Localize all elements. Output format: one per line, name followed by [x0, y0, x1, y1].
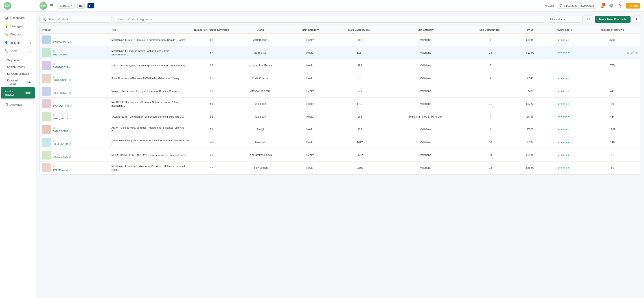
review-score-cell: ★★★★★ [543, 110, 585, 123]
copy-icon[interactable]: ⧉ [70, 104, 72, 107]
product-title: Vitavea - Mélatonine 1,9 mg - Hautement … [109, 85, 191, 98]
copy-icon[interactable]: ⧉ [69, 130, 71, 133]
currency-code: EUR [548, 4, 554, 8]
sidebar-label-strategies: Strategies [10, 24, 24, 28]
review-score-cell [543, 59, 585, 72]
asin-link[interactable]: B09YDJLR58 [53, 53, 68, 56]
reviews-count-cell: 441 [584, 85, 640, 98]
no-track-icon: ⊘ [53, 165, 55, 168]
track-new-products-button[interactable]: Track New Products [595, 16, 630, 23]
sidebar-item-activities[interactable]: 📋 Activities [1, 100, 35, 108]
sidebar-item-dashboard[interactable]: 📊 Dashboard [1, 14, 35, 22]
sidebar-item-search-trends[interactable]: Search Trends [0, 64, 36, 70]
notifications-button[interactable]: 🔔 7 [599, 3, 606, 9]
tracked-keywords-cell: 51 [191, 123, 232, 136]
product-thumbnail [42, 61, 51, 70]
asin-link[interactable]: B07HL5TGKR [53, 79, 68, 82]
product-id-area: ⊘ B085FD7CZG ⧉ [53, 88, 71, 94]
download-icon: ⬇ [635, 17, 638, 21]
sub-category-cell: Valériane [388, 46, 464, 59]
help-button[interactable]: ❓ [617, 3, 623, 9]
product-id-row: ⊘ [53, 139, 71, 142]
copy-icon[interactable]: ⧉ [69, 168, 70, 171]
search-icon: 🔍 [42, 18, 46, 21]
copy-icon[interactable]: ⧉ [70, 40, 72, 43]
segment-filter[interactable]: Filter on Product Segments ▾ [114, 16, 544, 23]
asin-link[interactable]: B0BDJ6F6VQ [53, 156, 68, 158]
sidebar-item-strategies[interactable]: 💡 Strategies [1, 22, 35, 30]
reviews-count-cell: 51 [584, 149, 640, 162]
nav-divider-2 [0, 100, 36, 100]
filter-settings-button[interactable]: ⚙ [585, 15, 592, 23]
product-thumbnail [42, 100, 51, 108]
product-filter-dropdown[interactable]: All Products ▾ [546, 16, 582, 23]
reviews-count-cell: ≡ 📈 🗑 [584, 46, 640, 59]
reviews-count-cell: 1209 [584, 123, 640, 136]
hamburger-icon[interactable]: ☰ [49, 2, 54, 9]
content-area: 🔍 Filter on Product Segments ▾ All Produ… [36, 12, 644, 298]
sub-category-cell: Valériane [388, 34, 464, 46]
asin-link[interactable]: B085FD7CZG [53, 92, 68, 94]
asin-row: B0B85C91P2 ⧉ [53, 168, 70, 171]
date-range-picker[interactable]: 📅 14/03/2023 – 27/03/2023 [557, 3, 596, 8]
product-title: MÉLATONINE 1,9MG SPRAY | Endormissement,… [109, 149, 191, 162]
asin-link[interactable]: B0B6D8VRX1 [53, 143, 68, 146]
insights-icon: 👤 [4, 41, 8, 44]
tracked-keywords-cell: 68 [191, 34, 232, 46]
brand-cell: Actinutrition [232, 34, 288, 46]
product-id-area: ⊘ B07HL5TGKR ⧉ [53, 75, 71, 82]
sub-bsr-cell: 4 [464, 123, 517, 136]
asin-link[interactable]: B09YQLFRPR [53, 104, 69, 107]
sidebar-item-keyword-tracker[interactable]: Keyword Tracker beta [0, 77, 36, 87]
reviews-count-cell: 116 [584, 136, 640, 149]
asin-link[interactable]: B07MQ78NRL [53, 40, 69, 43]
copy-icon[interactable]: ⧉ [69, 92, 71, 94]
search-input[interactable] [48, 18, 108, 21]
product-cell: ⊘ B015QYW7LO ⧉ [42, 112, 107, 121]
product-thumbnail [42, 150, 51, 160]
sidebar-item-keyword-extraction[interactable]: Keyword Extraction [0, 70, 36, 77]
asin-link[interactable]: B09B7G5C3R [53, 66, 68, 69]
toolbar: 🔍 Filter on Product Segments ▾ All Produ… [40, 15, 640, 23]
brand-cell: Novoma [232, 136, 288, 149]
flag-be-button[interactable]: BE [78, 3, 84, 8]
price-cell: €7.00 [517, 123, 543, 136]
asin-link[interactable]: B07LGBVFH7 [53, 130, 68, 132]
list-view-icon[interactable]: ≡ [627, 51, 629, 55]
copy-icon[interactable]: ⧉ [69, 79, 71, 82]
review-score-cell: ★★★★★ [543, 46, 585, 59]
sidebar-label-products: Products [10, 33, 22, 36]
asin-link[interactable]: B0B85C91P2 [53, 168, 68, 171]
copy-icon[interactable]: ⧉ [70, 117, 72, 120]
main-bsr-cell: 18 [332, 72, 388, 85]
brand-cell: Valdispert [232, 110, 288, 123]
table-header-row: Product Title Number of Tracked Keywords… [40, 26, 640, 34]
brand-selector[interactable]: Brand 1 ▾ [57, 3, 75, 8]
sidebar-item-products[interactable]: 🏷️ Products [1, 30, 35, 38]
copy-icon[interactable]: ⧉ [69, 143, 71, 146]
download-button[interactable]: ⬇ [633, 15, 640, 23]
reviews-count-cell: 89 [584, 98, 640, 110]
table-row: ⊘ B0B6D8VRX1 ⧉ Mélatonine 1,9mg, Endormi… [40, 136, 640, 149]
flag-fr-button[interactable]: FR [87, 3, 94, 8]
sidebar-item-product-tracker[interactable]: Product Tracker beta [1, 87, 35, 98]
copy-icon[interactable]: ⧉ [69, 156, 71, 158]
table-row: ⊘ B09YQLFRPR ⧉ VALDISPERT - Gummies Somm… [40, 98, 640, 110]
chart-icon[interactable]: 📈 [630, 51, 634, 54]
sidebar-item-segments[interactable]: Segments [0, 57, 36, 64]
settings-button[interactable]: ⚙️ [608, 3, 614, 9]
sidebar-item-insights[interactable]: 👤 Insights ◀ [1, 38, 35, 47]
product-cell: ⊘ B0B6D8VRX1 ⧉ [42, 138, 107, 147]
asin-row: B09YQLFRPR ⧉ [53, 104, 72, 107]
delete-icon[interactable]: 🗑 [635, 51, 638, 54]
copy-icon[interactable]: ⧉ [69, 53, 70, 56]
product-title: VALDISPERT - Complément alimentaire somm… [109, 110, 191, 123]
sidebar-label-dashboard: Dashboard [10, 16, 25, 20]
sidebar-item-tools[interactable]: 🔧 Tools ▾ [1, 47, 35, 55]
copy-icon[interactable]: ⧉ [69, 66, 71, 69]
asin-link[interactable]: B015QYW7LO [53, 117, 69, 120]
review-score-cell: ★★★★★ [543, 162, 585, 174]
product-cell: ⊘ B09YDJLR58 ⧉ [42, 48, 107, 57]
admin-button[interactable]: Admin [626, 3, 640, 8]
product-id-row: ⊘ [53, 126, 71, 130]
